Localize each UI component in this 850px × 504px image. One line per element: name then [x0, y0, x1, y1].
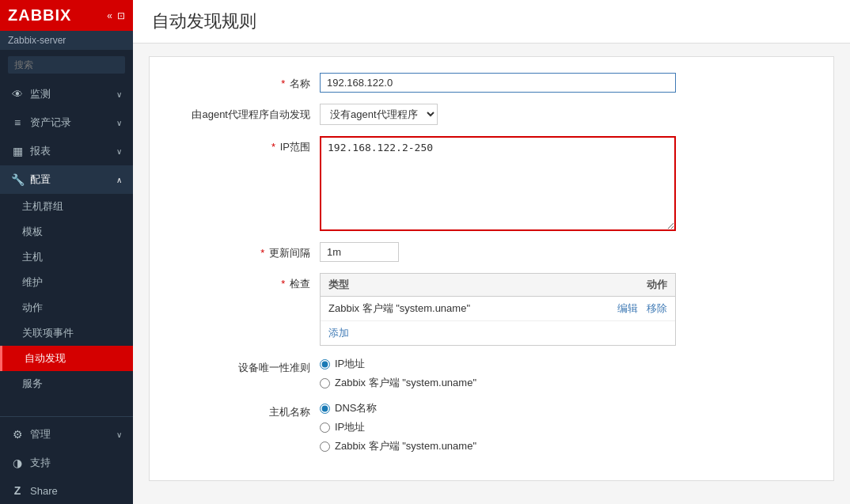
chevron-down-icon: ∨ [116, 147, 122, 156]
form-row-update-interval: * 更新间隔 [173, 242, 810, 262]
sidebar-item-support[interactable]: ◑ 支持 [0, 449, 133, 477]
name-label: * 名称 [173, 73, 320, 91]
required-marker: * [281, 278, 285, 290]
chevron-down-icon: ∨ [116, 119, 122, 127]
sidebar-server-label: Zabbix-server [0, 31, 133, 50]
checks-label: * 检查 [173, 273, 320, 291]
assets-icon: ≡ [11, 116, 24, 129]
sidebar-item-label: 资产记录 [30, 116, 71, 130]
sidebar: ZABBIX « ⊡ Zabbix-server 👁 监测 ∨ ≡ 资产记录 ∨… [0, 0, 133, 504]
hostname-radio-dns[interactable]: DNS名称 [320, 401, 810, 415]
required-marker: * [260, 247, 264, 259]
sidebar-item-label: 监测 [30, 87, 51, 101]
form-row-checks: * 检查 类型 动作 Zabbix 客户端 "system.uname" 编辑 … [173, 273, 810, 346]
sidebar-item-templates[interactable]: 模板 [0, 219, 133, 244]
checks-table-row: Zabbix 客户端 "system.uname" 编辑 移除 [321, 297, 675, 321]
update-interval-field [320, 242, 810, 262]
chevron-down-icon: ∨ [116, 430, 122, 439]
hostname-radio-zabbix-input[interactable] [320, 441, 330, 452]
nav-divider [0, 416, 133, 417]
sidebar-item-share[interactable]: Z Share [0, 477, 133, 504]
sidebar-item-discovery[interactable]: 自动发现 [0, 346, 133, 371]
sidebar-bottom: ⚙ 管理 ∨ ◑ 支持 Z Share [0, 413, 133, 504]
sidebar-search-container [0, 50, 133, 80]
form-row-hostname: 主机名称 DNS名称 IP地址 Zabbix 客户端 "system.uname… [173, 401, 810, 453]
sidebar-item-label: 配置 [30, 172, 51, 187]
sidebar-item-maintenance[interactable]: 维护 [0, 270, 133, 295]
reports-icon: ▦ [11, 145, 24, 157]
sidebar-controls: « ⊡ [107, 10, 125, 21]
agent-field: 没有agent代理程序 [320, 104, 810, 125]
hostname-radio-ip[interactable]: IP地址 [320, 420, 810, 434]
update-interval-label: * 更新间隔 [173, 242, 320, 260]
uniqueness-field: IP地址 Zabbix 客户端 "system.uname" [320, 357, 810, 390]
uniqueness-radio-ip[interactable]: IP地址 [320, 357, 810, 371]
name-input[interactable] [320, 73, 676, 93]
collapse-icon[interactable]: « [107, 10, 112, 21]
required-marker: * [271, 141, 275, 153]
checks-add-container: 添加 [321, 321, 675, 345]
hostname-label: 主机名称 [173, 401, 320, 419]
config-icon: 🔧 [11, 173, 24, 186]
hostname-radio-group: DNS名称 IP地址 Zabbix 客户端 "system.uname" [320, 401, 810, 453]
agent-label: 由agent代理程序自动发现 [173, 104, 320, 122]
checks-edit-link[interactable]: 编辑 [617, 302, 638, 314]
monitor-icon: 👁 [11, 88, 24, 100]
ip-range-field: 192.168.122.2-250 [320, 136, 810, 231]
hostname-field: DNS名称 IP地址 Zabbix 客户端 "system.uname" [320, 401, 810, 453]
sidebar-item-reports[interactable]: ▦ 报表 ∨ [0, 137, 133, 165]
sidebar-logo: ZABBIX [8, 6, 71, 25]
checks-row-actions: 编辑 移除 [588, 301, 667, 316]
form-row-ip-range: * IP范围 192.168.122.2-250 [173, 136, 810, 231]
sidebar-item-monitor[interactable]: 👁 监测 ∨ [0, 80, 133, 108]
sidebar-item-correlation[interactable]: 关联项事件 [0, 320, 133, 346]
uniqueness-radio-zabbix-input[interactable] [320, 378, 330, 388]
checks-table: 类型 动作 Zabbix 客户端 "system.uname" 编辑 移除 添加 [320, 273, 676, 346]
checks-table-header: 类型 动作 [321, 274, 675, 297]
uniqueness-radio-ip-input[interactable] [320, 359, 330, 369]
checks-row-type: Zabbix 客户端 "system.uname" [328, 301, 588, 316]
sidebar-item-actions[interactable]: 动作 [0, 295, 133, 320]
checks-col-type: 类型 [328, 278, 588, 292]
uniqueness-radio-zabbix[interactable]: Zabbix 客户端 "system.uname" [320, 376, 810, 390]
name-field [320, 73, 810, 93]
sidebar-item-hosts[interactable]: 主机 [0, 244, 133, 270]
uniqueness-label: 设备唯一性准则 [173, 357, 320, 375]
sidebar-header: ZABBIX « ⊡ [0, 0, 133, 31]
share-icon: Z [11, 484, 24, 497]
chevron-up-icon: ∧ [116, 176, 122, 184]
admin-icon: ⚙ [11, 428, 24, 441]
page-title: 自动发现规则 [133, 0, 850, 44]
checks-col-action: 动作 [588, 278, 667, 292]
ip-range-label: * IP范围 [173, 136, 320, 154]
hostname-radio-zabbix[interactable]: Zabbix 客户端 "system.uname" [320, 439, 810, 453]
expand-icon[interactable]: ⊡ [117, 10, 125, 21]
sidebar-item-admin[interactable]: ⚙ 管理 ∨ [0, 420, 133, 449]
form-container: * 名称 由agent代理程序自动发现 没有agent代理程序 * IP范围 [149, 56, 834, 481]
chevron-down-icon: ∨ [116, 90, 122, 99]
checks-remove-link[interactable]: 移除 [647, 302, 667, 314]
hostname-radio-dns-input[interactable] [320, 404, 330, 414]
ip-range-textarea[interactable]: 192.168.122.2-250 [320, 136, 676, 231]
update-interval-input[interactable] [320, 242, 399, 262]
hostname-radio-ip-input[interactable] [320, 423, 330, 433]
checks-field: 类型 动作 Zabbix 客户端 "system.uname" 编辑 移除 添加 [320, 273, 810, 346]
uniqueness-radio-group: IP地址 Zabbix 客户端 "system.uname" [320, 357, 810, 390]
sidebar-item-config[interactable]: 🔧 配置 ∧ [0, 165, 133, 194]
search-input[interactable] [8, 56, 125, 74]
sidebar-item-services[interactable]: 服务 [0, 371, 133, 396]
sidebar-item-label: 报表 [30, 144, 51, 158]
form-row-name: * 名称 [173, 73, 810, 93]
form-row-agent: 由agent代理程序自动发现 没有agent代理程序 [173, 104, 810, 125]
form-row-uniqueness: 设备唯一性准则 IP地址 Zabbix 客户端 "system.uname" [173, 357, 810, 390]
required-marker: * [281, 78, 285, 89]
agent-select[interactable]: 没有agent代理程序 [320, 104, 438, 125]
checks-add-link[interactable]: 添加 [328, 327, 349, 339]
sidebar-item-assets[interactable]: ≡ 资产记录 ∨ [0, 108, 133, 137]
sidebar-item-host-groups[interactable]: 主机群组 [0, 194, 133, 219]
support-icon: ◑ [11, 457, 24, 469]
main-content: 自动发现规则 * 名称 由agent代理程序自动发现 没有agent代理程序 [133, 0, 850, 504]
main-nav: 👁 监测 ∨ ≡ 资产记录 ∨ ▦ 报表 ∨ 🔧 配置 ∧ 主机群组 模板 主机 [0, 80, 133, 396]
